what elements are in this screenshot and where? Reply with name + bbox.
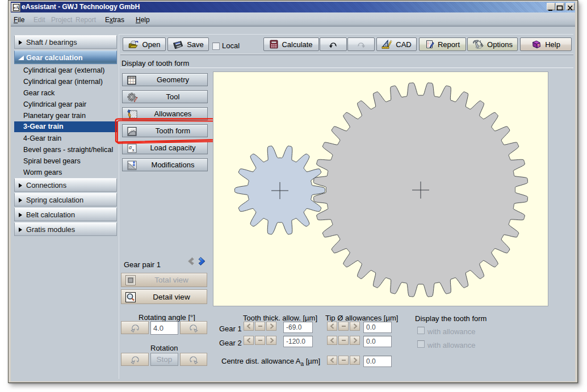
svg-text:x: x xyxy=(132,147,135,153)
